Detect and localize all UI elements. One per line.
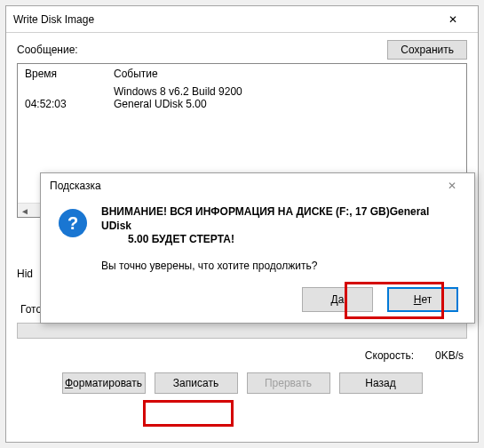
close-icon: ✕ xyxy=(448,13,457,26)
dialog-title: Подсказка xyxy=(50,180,439,192)
close-icon: ✕ xyxy=(448,180,456,192)
col-time-header: Время xyxy=(25,68,114,80)
format-button[interactable]: Форматировать xyxy=(62,372,146,394)
log-event: General UDisk 5.00 xyxy=(114,98,459,110)
dialog-text: ВНИМАНИЕ! ВСЯ ИНФОРМАЦИЯ НА ДИСКЕ (F:, 1… xyxy=(101,205,460,272)
log-body: Windows 8 v6.2 Build 9200 04:52:03 Gener… xyxy=(18,84,466,112)
close-button[interactable]: ✕ xyxy=(435,7,471,32)
scroll-left-icon[interactable]: ◄ xyxy=(18,204,32,218)
warning-line1: ВНИМАНИЕ! ВСЯ ИНФОРМАЦИЯ НА ДИСКЕ (F:, 1… xyxy=(101,205,460,233)
no-button[interactable]: Нет xyxy=(387,287,458,312)
message-label: Сообщение: xyxy=(17,44,387,56)
yes-button[interactable]: Да xyxy=(302,287,373,312)
speed-row: Скорость: 0KB/s xyxy=(17,349,467,362)
confirm-question: Вы точно уверены, что хотите продолжить? xyxy=(101,260,460,272)
question-icon: ? xyxy=(59,209,87,237)
speed-label: Скорость: xyxy=(365,349,414,362)
log-header: Время Событие xyxy=(18,64,466,84)
message-row: Сообщение: Сохранить xyxy=(17,40,467,60)
dialog-buttons: Да Нет xyxy=(302,287,458,312)
window-title: Write Disk Image xyxy=(13,13,435,26)
log-row: 04:52:03 General UDisk 5.00 xyxy=(25,98,459,110)
abort-button: Прервать xyxy=(247,372,330,394)
log-time: 04:52:03 xyxy=(25,98,114,110)
button-row: Форматировать Записать Прервать Назад xyxy=(17,372,467,394)
back-button[interactable]: Назад xyxy=(339,372,423,394)
dialog-body: ? ВНИМАНИЕ! ВСЯ ИНФОРМАЦИЯ НА ДИСКЕ (F:,… xyxy=(41,198,474,272)
log-row: Windows 8 v6.2 Build 9200 xyxy=(25,85,459,98)
write-button[interactable]: Записать xyxy=(155,372,238,394)
speed-value: 0KB/s xyxy=(435,349,464,362)
save-button[interactable]: Сохранить xyxy=(387,40,467,60)
log-time xyxy=(25,85,114,98)
warning-line2: 5.00 БУДЕТ СТЕРТА! xyxy=(101,233,460,247)
hid-label: Hid xyxy=(17,268,33,280)
col-event-header: Событие xyxy=(114,68,459,80)
confirm-dialog: Подсказка ✕ ? ВНИМАНИЕ! ВСЯ ИНФОРМАЦИЯ Н… xyxy=(40,172,475,324)
titlebar: Write Disk Image ✕ xyxy=(6,6,478,33)
log-event: Windows 8 v6.2 Build 9200 xyxy=(114,85,459,98)
dialog-titlebar: Подсказка ✕ xyxy=(41,173,474,198)
progress-bar xyxy=(17,323,467,339)
dialog-close-button[interactable]: ✕ xyxy=(439,175,465,196)
